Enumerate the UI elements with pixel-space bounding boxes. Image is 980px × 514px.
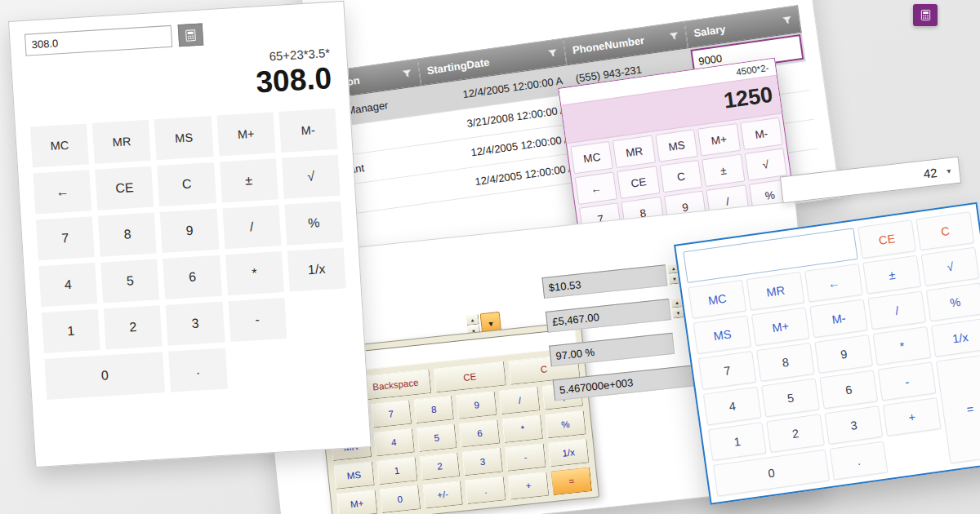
btn-8[interactable]: 8: [98, 213, 157, 257]
btn-c[interactable]: C: [659, 160, 702, 193]
btn-mplus[interactable]: M+: [697, 123, 741, 156]
btn-0[interactable]: 0: [44, 352, 165, 400]
btn-2[interactable]: 2: [104, 305, 163, 349]
btn-plusminus[interactable]: ±: [220, 158, 278, 202]
scientific-field[interactable]: 5.467000e+003: [553, 366, 695, 401]
btn-c[interactable]: C: [915, 211, 974, 250]
btn-percent[interactable]: %: [284, 202, 343, 246]
filter-icon[interactable]: [669, 31, 679, 40]
btn-percent[interactable]: %: [545, 410, 586, 439]
btn-decimal[interactable]: .: [830, 441, 889, 481]
btn-mc[interactable]: MC: [570, 141, 613, 174]
btn-plusminus[interactable]: +/-: [422, 481, 464, 509]
btn-3[interactable]: 3: [825, 405, 884, 445]
btn-equals[interactable]: =: [936, 353, 980, 463]
btn-ms[interactable]: MS: [154, 116, 213, 160]
btn-divide[interactable]: /: [222, 205, 281, 249]
btn-1[interactable]: 1: [376, 457, 418, 485]
btn-backspace[interactable]: ←: [575, 172, 618, 205]
btn-backspace[interactable]: ←: [804, 264, 863, 303]
btn-c[interactable]: C: [158, 162, 216, 206]
btn-ms[interactable]: MS: [333, 461, 375, 490]
spin-down-icon: ▼: [675, 311, 681, 317]
btn-minus[interactable]: -: [878, 361, 937, 401]
btn-2[interactable]: 2: [419, 452, 461, 481]
calc-edit-input[interactable]: [24, 25, 172, 56]
btn-decimal[interactable]: .: [465, 476, 506, 504]
btn-5[interactable]: 5: [416, 423, 458, 452]
btn-ce[interactable]: CE: [434, 361, 506, 393]
btn-percent[interactable]: %: [926, 282, 980, 321]
btn-backspace[interactable]: Backspace: [359, 369, 432, 401]
btn-4[interactable]: 4: [38, 263, 97, 307]
btn-mminus[interactable]: M-: [278, 109, 337, 153]
btn-ce[interactable]: CE: [617, 166, 661, 198]
btn-1[interactable]: 1: [708, 422, 767, 461]
btn-4[interactable]: 4: [373, 428, 415, 457]
btn-multiply[interactable]: *: [873, 326, 932, 366]
btn-divide[interactable]: /: [499, 386, 541, 414]
currency-field-gbp[interactable]: £5,467.00: [546, 299, 671, 333]
btn-7[interactable]: 7: [370, 400, 412, 428]
btn-9[interactable]: 9: [814, 335, 873, 374]
btn-9[interactable]: 9: [456, 391, 497, 419]
spin-up-button[interactable]: ▲: [466, 314, 479, 326]
btn-reciprocal[interactable]: 1/x: [931, 318, 980, 357]
btn-ms[interactable]: MS: [693, 315, 752, 354]
btn-equals[interactable]: =: [550, 467, 592, 495]
metro-calculator-window: 65+23*3.5* 308.0 MC MR MS M+ M- ← CE C ±…: [8, 1, 372, 467]
btn-plusminus[interactable]: ±: [702, 154, 745, 187]
calculator-dropdown-button[interactable]: [178, 23, 204, 47]
btn-ms[interactable]: MS: [655, 129, 698, 162]
chevron-down-icon[interactable]: ▾: [947, 166, 951, 175]
filter-icon[interactable]: [548, 48, 558, 57]
btn-6[interactable]: 6: [819, 370, 878, 409]
btn-6[interactable]: 6: [459, 419, 501, 448]
btn-multiply[interactable]: *: [502, 414, 544, 443]
btn-ce[interactable]: CE: [95, 166, 154, 210]
btn-mr[interactable]: MR: [92, 120, 151, 164]
btn-plusminus[interactable]: ±: [862, 255, 921, 295]
btn-multiply[interactable]: *: [225, 251, 284, 295]
btn-8[interactable]: 8: [756, 343, 815, 382]
btn-mr[interactable]: MR: [746, 272, 805, 311]
percent-field[interactable]: 97.00 %: [549, 333, 675, 367]
btn-3[interactable]: 3: [166, 302, 225, 346]
btn-reciprocal[interactable]: 1/x: [548, 439, 590, 467]
btn-2[interactable]: 2: [766, 414, 825, 453]
btn-5[interactable]: 5: [761, 378, 820, 417]
btn-mplus[interactable]: M+: [216, 112, 275, 156]
btn-plus[interactable]: +: [508, 472, 550, 500]
btn-plus[interactable]: +: [883, 397, 942, 436]
btn-5[interactable]: 5: [100, 259, 159, 303]
btn-mc[interactable]: MC: [688, 280, 746, 319]
btn-backspace[interactable]: ←: [33, 170, 91, 214]
btn-mminus[interactable]: M-: [740, 117, 783, 150]
filter-icon[interactable]: [782, 16, 792, 24]
btn-sqrt[interactable]: √: [921, 247, 980, 286]
btn-ce[interactable]: CE: [858, 219, 916, 259]
calculator-toolbar-button[interactable]: [913, 4, 938, 26]
btn-mplus[interactable]: M+: [336, 490, 378, 514]
btn-mminus[interactable]: M-: [809, 299, 868, 338]
btn-8[interactable]: 8: [413, 395, 455, 423]
btn-0[interactable]: 0: [379, 485, 421, 513]
btn-decimal[interactable]: .: [168, 348, 227, 392]
btn-1[interactable]: 1: [42, 309, 100, 353]
btn-divide[interactable]: /: [867, 290, 926, 330]
btn-3[interactable]: 3: [462, 448, 504, 476]
btn-9[interactable]: 9: [160, 209, 219, 253]
btn-mc[interactable]: MC: [30, 123, 89, 167]
btn-sqrt[interactable]: √: [282, 155, 341, 199]
btn-minus[interactable]: -: [228, 298, 287, 342]
currency-field-usd[interactable]: $10.53: [541, 264, 667, 299]
btn-7[interactable]: 7: [698, 351, 757, 390]
btn-minus[interactable]: -: [505, 443, 546, 472]
btn-4[interactable]: 4: [703, 386, 762, 425]
btn-reciprocal[interactable]: 1/x: [287, 247, 346, 291]
btn-mplus[interactable]: M+: [751, 307, 810, 346]
btn-6[interactable]: 6: [163, 255, 222, 299]
btn-7[interactable]: 7: [36, 216, 95, 260]
btn-mr[interactable]: MR: [612, 135, 656, 168]
filter-icon[interactable]: [402, 69, 412, 78]
